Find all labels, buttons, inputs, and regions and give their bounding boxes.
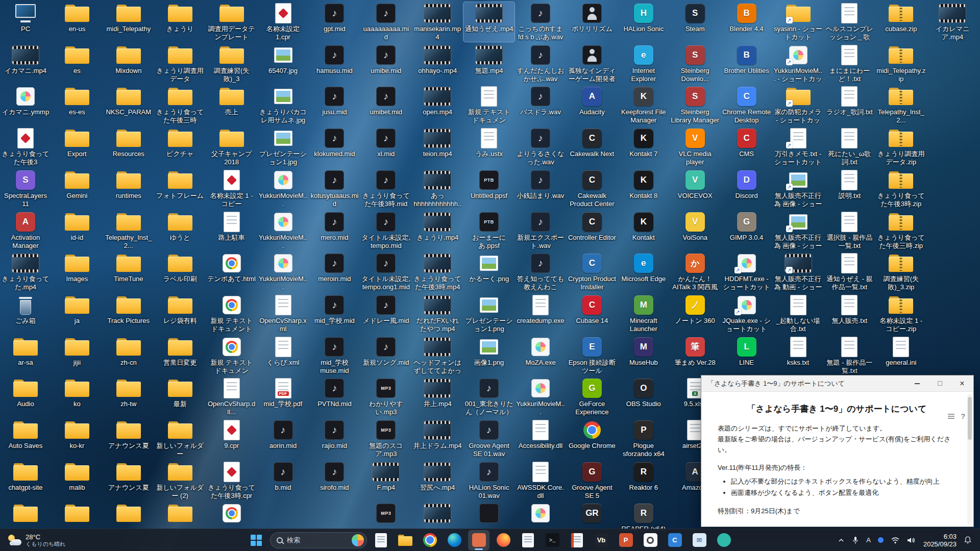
desktop-icon[interactable]: VVOICEVOX bbox=[670, 169, 721, 209]
taskbar-chrome-icon[interactable] bbox=[419, 530, 440, 550]
desktop-icon[interactable]: 名称未設定 1.cpr bbox=[258, 2, 309, 42]
desktop-icon[interactable]: 9.cpr bbox=[206, 419, 257, 459]
desktop-icon[interactable]: MP3無題のスコア.mp3 bbox=[360, 419, 411, 459]
desktop-icon[interactable]: general.ini bbox=[875, 336, 926, 375]
taskbar-notepad-icon[interactable] bbox=[517, 530, 538, 550]
desktop-icon[interactable]: MMinecraft Launcher bbox=[618, 294, 669, 334]
taskbar-media-app-icon[interactable] bbox=[713, 530, 734, 550]
desktop-icon[interactable]: eMicrosoft Edge bbox=[618, 252, 669, 292]
desktop-icon[interactable]: id-id bbox=[52, 211, 103, 251]
desktop-icon[interactable]: アナウンス夏 bbox=[103, 461, 154, 500]
desktop-icon[interactable]: EEpson 接続診断ツール bbox=[567, 336, 618, 375]
volume-icon[interactable] bbox=[903, 531, 919, 549]
desktop-icon[interactable]: zh-cn bbox=[103, 336, 154, 375]
desktop-icon[interactable]: CController Editor bbox=[567, 211, 618, 251]
desktop-icon[interactable]: ♪klokumed.mid bbox=[309, 127, 360, 167]
desktop-icon[interactable]: 調査用データテンプレート bbox=[206, 2, 257, 42]
desktop-icon[interactable]: きょうり食ってた午後3時.cpr bbox=[206, 461, 257, 500]
taskbar-active-app-icon[interactable] bbox=[468, 530, 489, 550]
weather-widget[interactable]: 28°C くもりのち晴れ bbox=[1, 529, 72, 551]
desktop-icon[interactable]: 65407.jpg bbox=[258, 44, 309, 84]
desktop-icon[interactable]: PPlogue sforzando x64 bbox=[618, 419, 669, 459]
desktop-icon[interactable]: ♪タイトル未設定, tempo.ong1.mid bbox=[360, 252, 411, 292]
desktop-icon[interactable]: KKontakt 7 bbox=[618, 127, 669, 167]
desktop-icon[interactable]: ♪すんだたんしおかせふ.wav bbox=[515, 44, 566, 84]
desktop-icon[interactable]: ♪hamusu.mid bbox=[309, 44, 360, 84]
desktop-icon[interactable]: ♪kotusytuaaus.mid bbox=[309, 169, 360, 209]
desktop-icon[interactable]: ♪umibe.mid bbox=[360, 44, 411, 84]
desktop-icon[interactable]: 名称未設定 1 - コピー.zip bbox=[875, 294, 926, 334]
desktop-icon[interactable]: ↗YukkuriMovieM... - ショートカット bbox=[773, 44, 824, 84]
desktop-icon[interactable]: イカレマニア.mp4 bbox=[927, 2, 978, 42]
desktop-icon[interactable]: ♪HALion Sonic 01.wav bbox=[463, 461, 514, 500]
desktop-icon[interactable]: SSteinberg Library Manager bbox=[670, 85, 721, 125]
desktop-icon[interactable]: AWSSDK.Core.dll bbox=[515, 461, 566, 500]
desktop-icon[interactable]: 売上 bbox=[206, 85, 257, 125]
taskbar-chatgpt-icon[interactable] bbox=[640, 530, 661, 550]
maximize-button[interactable] bbox=[928, 375, 951, 391]
desktop-icon[interactable]: CChrome Remote Desktop bbox=[721, 85, 772, 125]
desktop-icon[interactable]: ♪答え知ってても教えんわこれ.wav bbox=[515, 252, 566, 292]
desktop-icon[interactable]: es-es bbox=[52, 85, 103, 125]
desktop-icon[interactable]: ↗家の防犯カメラ - ショートカット bbox=[773, 85, 824, 125]
hidden-icons-chevron[interactable] bbox=[834, 531, 848, 549]
desktop-icon[interactable]: プレゼンテーション1.jpg bbox=[258, 127, 309, 167]
desktop-icon[interactable]: PTBUntitled.ppsf bbox=[463, 169, 514, 209]
desktop-icon[interactable]: runtimes bbox=[103, 169, 154, 209]
desktop-icon[interactable]: 名称未設定 1 - コピー bbox=[206, 169, 257, 209]
desktop-icon[interactable]: きょうり食ってた.mp4 bbox=[0, 252, 51, 292]
notification-bell-icon[interactable] bbox=[961, 531, 975, 549]
desktop-icon[interactable]: ピクチャ bbox=[155, 127, 206, 167]
desktop-icon[interactable]: SSpectraLayers 11 bbox=[0, 169, 51, 209]
taskbar-edge-icon[interactable] bbox=[444, 530, 465, 550]
desktop-icon[interactable]: ヘルスコンプレッション＿歌詞.txt bbox=[824, 2, 875, 42]
desktop-icon[interactable]: きょうり.mp4 bbox=[412, 211, 463, 251]
desktop-icon[interactable]: ♪mero.mid bbox=[309, 211, 360, 251]
desktop-icon[interactable]: うみ.ustx bbox=[463, 127, 514, 167]
desktop-icon[interactable]: きょうりバカコレ用サムネ.jpg bbox=[258, 85, 309, 125]
desktop-icon[interactable]: きょうり調査用データ bbox=[155, 44, 206, 84]
desktop[interactable]: PCen-usmidi_Telepathyきょうり調査用データテンプレート名称未… bbox=[0, 0, 980, 551]
desktop-icon[interactable]: ♪mid_学校.mid bbox=[309, 294, 360, 334]
desktop-icon[interactable]: 孤独なインディーゲーム開発者の一生... bbox=[567, 44, 618, 84]
desktop-icon[interactable]: あっhhhhhhhhhhhh... bbox=[412, 169, 463, 209]
desktop-icon[interactable]: 無題 - 親作品一覧.txt bbox=[824, 336, 875, 375]
desktop-icon[interactable]: きょうり bbox=[155, 2, 206, 42]
close-button[interactable]: × bbox=[951, 375, 973, 391]
desktop-icon[interactable]: OOBS Studio bbox=[618, 377, 669, 417]
clock[interactable]: 6:03 2025/09/23 bbox=[919, 533, 961, 548]
desktop-icon[interactable]: malib bbox=[52, 461, 103, 500]
desktop-icon[interactable]: アナウンス夏 bbox=[103, 419, 154, 459]
desktop-icon[interactable]: 父子キャンプ2018 bbox=[206, 127, 257, 167]
desktop-icon[interactable]: 新しいフォルダー (2) bbox=[155, 461, 206, 500]
desktop-icon[interactable]: manisekarin.mp4 bbox=[412, 2, 463, 42]
desktop-icon[interactable]: 選択肢 - 親作品一覧.txt bbox=[824, 211, 875, 251]
desktop-icon[interactable]: ♪sirofo.mid bbox=[309, 461, 360, 500]
desktop-icon[interactable]: Audio bbox=[0, 377, 51, 417]
scrollbar-thumb[interactable] bbox=[968, 397, 972, 440]
desktop-icon[interactable]: くらび.xml bbox=[258, 336, 309, 375]
desktop-icon[interactable]: YukkuriMovieM... bbox=[258, 252, 309, 292]
desktop-icon[interactable]: ar-sa bbox=[0, 336, 51, 375]
desktop-icon[interactable]: MP3わかりやすい.mp3 bbox=[360, 377, 411, 417]
desktop-icon[interactable]: 新規 テキスト ドキュメント.musicxml bbox=[463, 85, 514, 125]
desktop-icon[interactable]: HHALion Sonic bbox=[618, 2, 669, 42]
desktop-icon[interactable]: きょうり食ってた午後三時 bbox=[155, 85, 206, 125]
ime-indicator[interactable]: A bbox=[863, 531, 874, 549]
search-input[interactable]: 検索 bbox=[270, 532, 367, 548]
desktop-icon[interactable]: Export bbox=[52, 127, 103, 167]
desktop-icon[interactable]: ♪こっちのhすまfd s b ぶあ.wav bbox=[515, 2, 566, 42]
desktop-icon[interactable]: ラベル印刷 bbox=[155, 252, 206, 292]
desktop-icon[interactable]: ♪001_東北きりたん（ノーマル）_少しや... bbox=[463, 377, 514, 417]
wifi-icon[interactable] bbox=[887, 531, 903, 549]
desktop-icon[interactable]: chatgpt-site bbox=[0, 461, 51, 500]
desktop-icon[interactable]: かるーく.png bbox=[463, 252, 514, 292]
taskbar-vscode-icon[interactable]: C bbox=[664, 530, 685, 550]
desktop-icon[interactable]: Accessibility.dll bbox=[515, 419, 566, 459]
desktop-icon[interactable]: AActivation Manager bbox=[0, 211, 51, 251]
desktop-icon[interactable]: かかんたん！AITalk 3 関西風 bbox=[670, 252, 721, 292]
desktop-icon[interactable]: MMuseHub bbox=[618, 336, 669, 375]
desktop-icon[interactable]: KKontakt 8 bbox=[618, 169, 669, 209]
desktop-icon[interactable]: ♪バスドラ.wav bbox=[515, 85, 566, 125]
desktop-icon[interactable]: createdump.exe bbox=[515, 294, 566, 334]
